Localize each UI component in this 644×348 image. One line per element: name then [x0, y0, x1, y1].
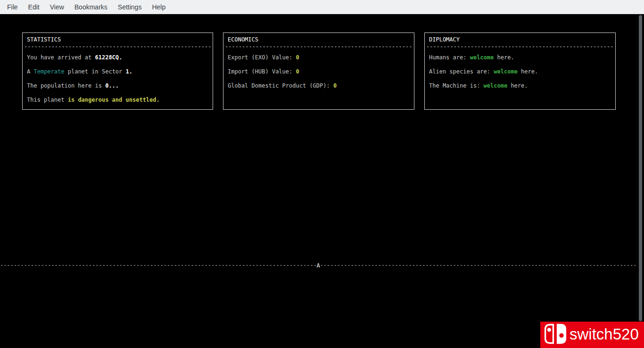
- aliens-label: Alien species are:: [429, 68, 494, 75]
- import-value: 0: [296, 68, 299, 75]
- danger-line: This planet is dangerous and unsettled.: [27, 93, 211, 107]
- export-line: Export (EXO) Value: 0: [228, 50, 412, 65]
- humans-status: welcome: [470, 54, 494, 61]
- watermark-label: switch520: [570, 325, 639, 343]
- nintendo-switch-logo-icon: [544, 323, 567, 347]
- divider-dashes-left: ----------------------------------------…: [0, 262, 316, 269]
- machine-suffix: here.: [507, 82, 528, 89]
- statistics-body: You have arrived at 61228CQ. A Temperate…: [27, 50, 211, 107]
- aliens-suffix: here.: [518, 68, 538, 75]
- gdp-label: Global Domestic Product (GDP):: [228, 82, 333, 89]
- machine-status: welcome: [484, 82, 508, 89]
- aliens-line: Alien species are: welcome here.: [429, 65, 613, 79]
- menu-help[interactable]: Help: [147, 0, 171, 14]
- gdp-value: 0: [333, 82, 337, 89]
- scrollbar-track[interactable]: [637, 14, 644, 348]
- danger-status: is dangerous and unsettled.: [68, 97, 160, 103]
- gdp-line: Global Domestic Product (GDP): 0: [228, 79, 412, 93]
- import-label: Import (HUB) Value:: [228, 68, 296, 75]
- humans-label: Humans are:: [429, 54, 470, 61]
- planet-type: Temperate: [33, 68, 64, 75]
- menu-bookmarks[interactable]: Bookmarks: [69, 0, 113, 14]
- population-value: 0...: [105, 82, 119, 89]
- planet-prefix: A: [27, 68, 33, 75]
- export-label: Export (EXO) Value:: [228, 54, 296, 61]
- economics-body: Export (EXO) Value: 0 Import (HUB) Value…: [228, 50, 412, 93]
- planet-sector: 1.: [126, 68, 132, 75]
- menu-file[interactable]: File: [2, 0, 23, 14]
- planet-mid: planet in Sector: [64, 68, 125, 75]
- menubar: File Edit View Bookmarks Settings Help: [0, 0, 644, 14]
- economics-separator: ----------------------------------------…: [225, 43, 413, 50]
- planet-type-line: A Temperate planet in Sector 1.: [27, 65, 211, 79]
- humans-suffix: here.: [494, 54, 514, 61]
- danger-label: This planet: [27, 97, 68, 103]
- import-line: Import (HUB) Value: 0: [228, 65, 412, 79]
- population-label: The population here is: [27, 82, 105, 89]
- diplomacy-separator: ----------------------------------------…: [426, 43, 614, 50]
- machine-line: The Machine is: welcome here.: [429, 79, 613, 93]
- menu-settings[interactable]: Settings: [113, 0, 147, 14]
- export-value: 0: [296, 54, 299, 61]
- watermark-banner: switch520: [540, 322, 644, 348]
- economics-panel: ECONOMICS ------------------------------…: [223, 32, 414, 110]
- player-marker: A: [316, 262, 320, 269]
- scrollbar-thumb[interactable]: [639, 15, 642, 321]
- menu-edit[interactable]: Edit: [23, 0, 45, 14]
- economics-title: ECONOMICS: [228, 36, 258, 43]
- map-divider: ----------------------------------------…: [0, 262, 636, 269]
- diplomacy-body: Humans are: welcome here. Alien species …: [429, 50, 613, 93]
- menu-view[interactable]: View: [45, 0, 69, 14]
- statistics-panel: STATISTICS -----------------------------…: [22, 32, 213, 110]
- machine-label: The Machine is:: [429, 82, 484, 89]
- humans-line: Humans are: welcome here.: [429, 50, 613, 65]
- population-line: The population here is 0...: [27, 79, 211, 93]
- diplomacy-title: DIPLOMACY: [429, 36, 460, 43]
- arrived-label: You have arrived at: [27, 54, 95, 61]
- diplomacy-panel: DIPLOMACY ------------------------------…: [424, 32, 616, 110]
- statistics-title: STATISTICS: [27, 36, 61, 43]
- statistics-separator: ----------------------------------------…: [24, 43, 211, 50]
- arrived-line: You have arrived at 61228CQ.: [27, 50, 211, 65]
- planet-code: 61228CQ.: [95, 54, 123, 61]
- divider-dashes-right: ----------------------------------------…: [320, 262, 636, 269]
- aliens-status: welcome: [494, 68, 518, 75]
